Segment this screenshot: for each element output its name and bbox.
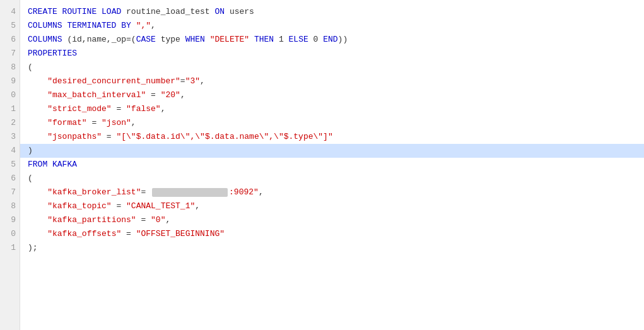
- code-indent-3: [28, 102, 47, 116]
- code-line-6: COLUMNS (id,name,_op=( CASE type WHEN "D…: [20, 33, 644, 47]
- keyword-columns: COLUMNS: [28, 33, 67, 47]
- code-indent-4: [28, 116, 47, 130]
- code-line-7: PROPERTIES: [20, 47, 644, 61]
- code-line-10: "max_batch_interval" = "20" ,: [20, 88, 644, 102]
- code-indent-9: [28, 227, 47, 241]
- line-num-15: 5: [0, 158, 20, 172]
- code-eq-5: =: [102, 130, 116, 144]
- str-kafka-topic: "kafka_topic": [47, 199, 111, 213]
- code-indent-2: [28, 88, 47, 102]
- code-line-15: FROM KAFKA: [20, 158, 644, 172]
- code-line-13: "jsonpaths" = "[\"$.data.id\",\"$.data.n…: [20, 130, 644, 144]
- code-line-18: "kafka_topic" = "CANAL_TEST_1" ,: [20, 199, 644, 213]
- code-routine-name: routine_load_test: [126, 5, 214, 19]
- code-eq-8: =: [136, 213, 151, 227]
- line-num-12: 2: [0, 116, 20, 130]
- code-eq-2: =: [146, 88, 160, 102]
- code-eq-7: =: [112, 199, 126, 213]
- line-num-10: 0: [0, 88, 20, 102]
- code-close-paren-properties: ): [28, 144, 33, 158]
- keyword-kafka: KAFKA: [52, 158, 77, 172]
- code-eq-3: =: [112, 102, 126, 116]
- str-val-json: "json": [102, 116, 131, 130]
- line-num-14: 4: [0, 144, 20, 158]
- str-val-20: "20": [161, 88, 180, 102]
- code-paren-open: (id,name,_op=(: [67, 33, 136, 47]
- str-comma: ",": [136, 19, 151, 33]
- code-indent-5: [28, 130, 47, 144]
- str-format: "format": [47, 116, 86, 130]
- line-num-4: 4: [0, 5, 20, 19]
- code-comma-3: ,: [180, 88, 185, 102]
- str-kafka-partitions: "kafka_partitions": [47, 213, 136, 227]
- code-line-14: ): [20, 144, 644, 158]
- code-1: 1: [274, 33, 288, 47]
- line-num-5: 5: [0, 19, 20, 33]
- code-type: type: [156, 33, 185, 47]
- code-line-12: "format" = "json" ,: [20, 116, 644, 130]
- str-delete: "DELETE": [210, 33, 249, 47]
- str-val-offset: "OFFSET_BEGINNING": [136, 227, 225, 241]
- code-eq-9: =: [121, 227, 136, 241]
- code-indent-6: [28, 186, 47, 199]
- code-content: CREATE ROUTINE LOAD routine_load_test ON…: [20, 0, 644, 330]
- code-line-21: );: [20, 241, 644, 255]
- line-num-9: 9: [0, 74, 20, 88]
- str-strict-mode: "strict_mode": [47, 102, 111, 116]
- code-comma-5: ,: [131, 116, 136, 130]
- line-num-7: 7: [0, 47, 20, 61]
- keyword-on: ON: [214, 5, 229, 19]
- code-comma-1: ,: [151, 19, 156, 33]
- blurred-ip: [152, 188, 228, 197]
- keyword-when: WHEN: [185, 33, 210, 47]
- code-indent-1: [28, 74, 47, 88]
- keyword-from: FROM: [28, 158, 52, 172]
- line-num-19: 9: [0, 213, 20, 227]
- code-line-16: (: [20, 172, 644, 186]
- line-num-18: 8: [0, 199, 20, 213]
- keyword-case: CASE: [136, 33, 156, 47]
- line-num-16: 6: [0, 172, 20, 186]
- code-comma-4: ,: [161, 102, 166, 116]
- str-val-canal: "CANAL_TEST_1": [126, 199, 195, 213]
- code-open-paren-properties: (: [28, 61, 33, 74]
- str-kafka-port: :9092": [229, 186, 259, 199]
- line-num-11: 1: [0, 102, 20, 116]
- str-val-false: "false": [126, 102, 161, 116]
- code-line-8: (: [20, 61, 644, 74]
- line-num-17: 7: [0, 186, 20, 199]
- keyword-routine: ROUTINE: [62, 5, 102, 19]
- code-line-19: "kafka_partitions" = "0" ,: [20, 213, 644, 227]
- code-comma-8: ,: [165, 213, 170, 227]
- str-jsonpaths: "jsonpaths": [47, 130, 102, 144]
- str-val-0: "0": [151, 213, 165, 227]
- keyword-else: ELSE: [289, 33, 308, 47]
- line-num-13: 3: [0, 130, 20, 144]
- line-num-8: 8: [0, 61, 20, 74]
- line-num-20: 0: [0, 227, 20, 241]
- str-val-jsonpaths: "[\"$.data.id\",\"$.data.name\",\"$.type…: [116, 130, 332, 144]
- str-val-3: "3": [185, 74, 200, 88]
- code-comma-2: ,: [200, 74, 205, 88]
- code-line-11: "strict_mode" = "false" ,: [20, 102, 644, 116]
- code-line-17: "kafka_broker_list" = :9092" ,: [20, 186, 644, 199]
- code-close-semicolon: );: [28, 241, 38, 255]
- str-max-batch: "max_batch_interval": [47, 88, 146, 102]
- keyword-then: THEN: [254, 33, 274, 47]
- str-kafka-broker-list: "kafka_broker_list": [47, 186, 141, 199]
- keyword-load: LOAD: [102, 5, 126, 19]
- code-comma-7: ,: [195, 199, 200, 213]
- code-space1: [249, 33, 254, 47]
- code-paren-close: )): [338, 33, 348, 47]
- code-eq-6: =: [141, 186, 151, 199]
- code-open-paren-kafka: (: [28, 172, 33, 186]
- keyword-create: CREATE: [28, 5, 62, 19]
- code-line-4: CREATE ROUTINE LOAD routine_load_test ON…: [20, 5, 644, 19]
- str-desired-concurrent: "desired_concurrent_number": [47, 74, 180, 88]
- keyword-end: END: [323, 33, 337, 47]
- code-eq-1: =: [180, 74, 185, 88]
- code-editor: 4 5 6 7 8 9 0 1 2 3 4 5 6 7 8 9 0 1 CREA…: [0, 0, 644, 330]
- line-num-21: 1: [0, 241, 20, 255]
- keyword-columns-terminated: COLUMNS TERMINATED BY: [28, 19, 136, 33]
- line-numbers: 4 5 6 7 8 9 0 1 2 3 4 5 6 7 8 9 0 1: [0, 0, 20, 330]
